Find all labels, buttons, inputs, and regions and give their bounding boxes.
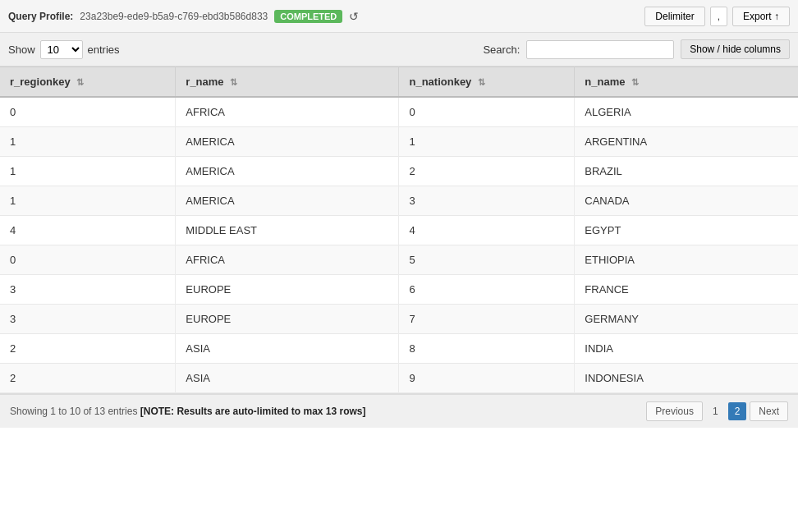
cell-n_name: GERMANY	[575, 305, 798, 334]
cell-n_name: ALGERIA	[575, 97, 798, 127]
sort-icon-n-nationkey: ⇅	[478, 77, 485, 87]
cell-r_regionkey: 1	[0, 157, 176, 186]
sort-icon-r-name: ⇅	[230, 77, 237, 87]
cell-r_regionkey: 3	[0, 275, 176, 305]
entries-select[interactable]: 10 25 50 100	[40, 40, 83, 59]
cell-r_name: EUROPE	[176, 275, 399, 305]
cell-r_name: AFRICA	[176, 245, 399, 275]
cell-r_name: AMERICA	[176, 157, 399, 186]
refresh-icon[interactable]: ↺	[349, 10, 359, 23]
cell-n_name: FRANCE	[575, 275, 798, 305]
col-header-r-regionkey[interactable]: r_regionkey ⇅	[0, 67, 176, 98]
cell-r_name: ASIA	[176, 364, 399, 393]
cell-n_nationkey: 9	[399, 364, 575, 393]
cell-r_name: ASIA	[176, 334, 399, 364]
top-bar-right: Delimiter , Export ↑	[644, 7, 790, 26]
cell-n_name: INDIA	[575, 334, 798, 364]
cell-r_regionkey: 3	[0, 305, 176, 334]
search-input[interactable]	[526, 40, 674, 59]
cell-r_name: AMERICA	[176, 186, 399, 216]
table-row: 1AMERICA3CANADA	[0, 186, 798, 216]
cell-r_name: MIDDLE EAST	[176, 216, 399, 245]
table-row: 1AMERICA2BRAZIL	[0, 157, 798, 186]
cell-n_nationkey: 7	[399, 305, 575, 334]
col-header-r-name[interactable]: r_name ⇅	[176, 67, 399, 98]
cell-n_nationkey: 3	[399, 186, 575, 216]
cell-r_regionkey: 4	[0, 216, 176, 245]
col-header-n-nationkey[interactable]: n_nationkey ⇅	[399, 67, 575, 98]
show-label: Show	[8, 44, 35, 56]
cell-r_name: AMERICA	[176, 127, 399, 157]
query-profile-label: Query Profile:	[8, 11, 73, 22]
table-row: 2ASIA9INDONESIA	[0, 364, 798, 393]
showing-text: Showing 1 to 10 of 13 entries [NOTE: Res…	[10, 406, 366, 417]
cell-n_nationkey: 1	[399, 127, 575, 157]
show-hide-columns-button[interactable]: Show / hide columns	[681, 39, 790, 59]
status-badge: COMPLETED	[274, 10, 342, 23]
table-body: 0AFRICA0ALGERIA1AMERICA1ARGENTINA1AMERIC…	[0, 97, 798, 393]
cell-n_nationkey: 5	[399, 245, 575, 275]
table-row: 2ASIA8INDIA	[0, 334, 798, 364]
table-row: 4MIDDLE EAST4EGYPT	[0, 216, 798, 245]
cell-r_name: AFRICA	[176, 97, 399, 127]
table-row: 0AFRICA5ETHIOPIA	[0, 245, 798, 275]
cell-n_nationkey: 4	[399, 216, 575, 245]
page-2-active[interactable]: 2	[728, 402, 747, 420]
table-row: 0AFRICA0ALGERIA	[0, 97, 798, 127]
footer-info: Showing 1 to 10 of 13 entries [NOTE: Res…	[10, 406, 646, 417]
cell-n_nationkey: 2	[399, 157, 575, 186]
cell-n_name: ARGENTINA	[575, 127, 798, 157]
table-container: r_regionkey ⇅ r_name ⇅ n_nationkey ⇅ n_n…	[0, 66, 798, 393]
table-row: 3EUROPE6FRANCE	[0, 275, 798, 305]
cell-r_regionkey: 0	[0, 245, 176, 275]
cell-n_nationkey: 8	[399, 334, 575, 364]
top-bar-left: Query Profile: 23a23be9-ede9-b5a9-c769-e…	[8, 10, 359, 23]
cell-r_name: EUROPE	[176, 305, 399, 334]
controls-left: Show 10 25 50 100 entries	[8, 40, 120, 59]
cell-r_regionkey: 2	[0, 364, 176, 393]
note-text: [NOTE: Results are auto-limited to max 1…	[140, 406, 366, 417]
cell-r_regionkey: 1	[0, 127, 176, 157]
controls-right: Search: Show / hide columns	[483, 39, 790, 59]
page-1[interactable]: 1	[706, 402, 725, 420]
cell-n_nationkey: 6	[399, 275, 575, 305]
cell-n_name: INDONESIA	[575, 364, 798, 393]
query-id: 23a23be9-ede9-b5a9-c769-ebd3b586d833	[80, 11, 268, 22]
search-label: Search:	[483, 44, 520, 56]
cell-r_regionkey: 0	[0, 97, 176, 127]
sort-icon-r-regionkey: ⇅	[76, 77, 84, 87]
table-row: 1AMERICA1ARGENTINA	[0, 127, 798, 157]
table-row: 3EUROPE7GERMANY	[0, 305, 798, 334]
cell-r_regionkey: 2	[0, 334, 176, 364]
export-button[interactable]: Export ↑	[732, 7, 790, 26]
footer-bar: Showing 1 to 10 of 13 entries [NOTE: Res…	[0, 393, 798, 428]
cell-r_regionkey: 1	[0, 186, 176, 216]
delimiter-button[interactable]: Delimiter	[644, 7, 704, 26]
sort-icon-n-name: ⇅	[631, 77, 639, 87]
results-table: r_regionkey ⇅ r_name ⇅ n_nationkey ⇅ n_n…	[0, 66, 798, 393]
pagination: Previous 1 2 Next	[646, 401, 788, 421]
controls-bar: Show 10 25 50 100 entries Search: Show /…	[0, 33, 798, 66]
cell-n_name: CANADA	[575, 186, 798, 216]
cell-n_nationkey: 0	[399, 97, 575, 127]
cell-n_name: EGYPT	[575, 216, 798, 245]
cell-n_name: ETHIOPIA	[575, 245, 798, 275]
table-header-row: r_regionkey ⇅ r_name ⇅ n_nationkey ⇅ n_n…	[0, 67, 798, 98]
cell-n_name: BRAZIL	[575, 157, 798, 186]
next-button[interactable]: Next	[750, 401, 788, 421]
entries-label: entries	[88, 44, 120, 56]
top-bar: Query Profile: 23a23be9-ede9-b5a9-c769-e…	[0, 0, 798, 33]
previous-button[interactable]: Previous	[646, 401, 703, 421]
col-header-n-name[interactable]: n_name ⇅	[575, 67, 798, 98]
delimiter-value: ,	[710, 7, 727, 26]
